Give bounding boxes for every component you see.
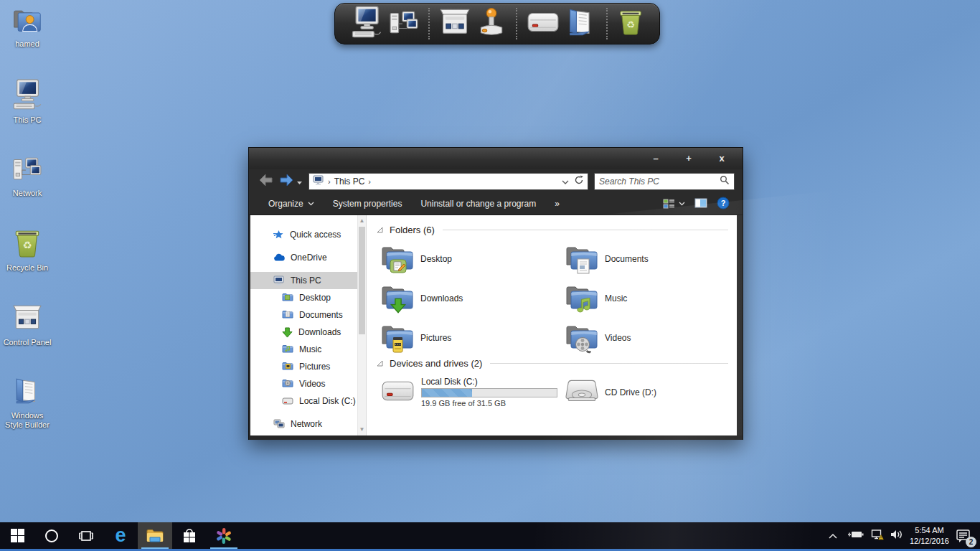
hard-drive-icon xyxy=(381,380,415,405)
videos-folder-icon xyxy=(565,322,598,354)
folder-tile-videos[interactable]: Videos xyxy=(565,321,734,354)
address-dropdown-icon[interactable] xyxy=(562,176,569,187)
network-icon[interactable] xyxy=(389,7,419,40)
music-folder-icon xyxy=(565,283,598,314)
explorer-window: – + x › This PC › xyxy=(248,147,743,440)
preview-pane-button[interactable] xyxy=(694,198,707,210)
navigation-pane: Quick access OneDrive This PC Desktop Do… xyxy=(250,215,367,435)
pictures-folder-icon xyxy=(282,361,293,373)
pinwheel-app-button[interactable] xyxy=(207,522,241,549)
music-folder-icon xyxy=(282,344,293,356)
scrollbar-thumb[interactable] xyxy=(359,227,365,334)
sidebar-item-quick-access[interactable]: Quick access xyxy=(250,226,366,243)
drive-tile-cd-d[interactable]: CD Drive (D:) xyxy=(565,375,734,409)
folder-tile-documents[interactable]: Documents xyxy=(565,242,734,276)
breadcrumb[interactable]: This PC xyxy=(334,176,365,187)
preview-pane-icon xyxy=(694,198,707,208)
change-view-button[interactable] xyxy=(663,199,685,209)
address-bar[interactable]: › This PC › xyxy=(308,173,588,190)
joystick-icon[interactable] xyxy=(476,7,507,40)
desktop-icon-network[interactable]: Network xyxy=(1,154,53,198)
cortana-button[interactable] xyxy=(34,522,69,549)
refresh-icon[interactable] xyxy=(574,175,584,187)
sidebar-item-desktop[interactable]: Desktop xyxy=(250,289,366,306)
desktop-icon-this-pc[interactable]: This PC xyxy=(1,79,53,125)
search-input[interactable]: Search This PC xyxy=(599,176,720,187)
drive-icon[interactable] xyxy=(527,11,560,37)
action-center-button[interactable]: 2 xyxy=(956,528,971,544)
folder-tile-music[interactable]: Music xyxy=(565,281,734,315)
help-icon: ? xyxy=(717,197,730,209)
recycle-bin-icon[interactable] xyxy=(617,9,644,39)
desktop-icon-label: Network xyxy=(1,189,53,198)
toolbar-overflow-chevron[interactable]: » xyxy=(545,199,569,209)
file-explorer-button[interactable] xyxy=(138,522,172,549)
recent-locations-dropdown[interactable] xyxy=(296,175,303,188)
search-box[interactable]: Search This PC xyxy=(594,173,735,190)
folder-tile-desktop[interactable]: Desktop xyxy=(381,242,565,276)
tray-expand-icon[interactable] xyxy=(828,529,838,542)
computer-icon[interactable] xyxy=(350,6,383,42)
organize-menu[interactable]: Organize xyxy=(259,199,324,209)
sidebar-item-downloads[interactable]: Downloads xyxy=(250,324,366,341)
folder-tile-pictures[interactable]: Pictures xyxy=(381,321,565,354)
sidebar-item-music[interactable]: Music xyxy=(250,341,366,358)
network-status-icon[interactable] xyxy=(871,529,884,543)
search-icon[interactable] xyxy=(720,175,730,188)
group-header-devices[interactable]: Devices and drives (2) xyxy=(377,358,734,369)
breadcrumb-separator[interactable]: › xyxy=(368,177,371,186)
views-icon xyxy=(663,199,675,209)
downloads-arrow-icon xyxy=(282,327,293,338)
network-icon xyxy=(273,419,285,429)
sidebar-item-videos[interactable]: Videos xyxy=(250,375,366,392)
task-view-button[interactable] xyxy=(69,522,103,549)
minimize-button[interactable]: – xyxy=(639,149,672,169)
uninstall-program-button[interactable]: Uninstall or change a program xyxy=(411,199,545,209)
taskbar: e xyxy=(0,522,980,551)
system-properties-button[interactable]: System properties xyxy=(324,199,412,209)
desktop-folder-icon xyxy=(381,243,414,275)
edge-button[interactable]: e xyxy=(103,522,138,549)
store-button[interactable] xyxy=(172,522,207,549)
group-header-folders[interactable]: Folders (6) xyxy=(377,225,734,235)
collapse-triangle-icon xyxy=(377,227,383,233)
clock[interactable]: 5:54 AM 12/12/2016 xyxy=(910,525,949,547)
sidebar-scrollbar[interactable]: ▲ ▼ xyxy=(357,215,366,435)
desktop-icon-label: hamed xyxy=(1,39,53,49)
maximize-button[interactable]: + xyxy=(672,149,705,169)
close-button[interactable]: x xyxy=(705,149,738,169)
forward-button[interactable] xyxy=(278,173,294,190)
sidebar-item-onedrive[interactable]: OneDrive xyxy=(250,249,366,266)
battery-icon[interactable] xyxy=(847,529,864,542)
store-icon xyxy=(182,528,197,544)
sidebar-item-network[interactable]: Network xyxy=(250,415,366,433)
desktop-icon-windows-style-builder[interactable]: Windows Style Builder xyxy=(1,376,53,429)
user-folder-icon xyxy=(1,6,53,37)
open-folder-icon[interactable] xyxy=(565,6,597,41)
volume-icon[interactable] xyxy=(890,529,903,543)
drive-tile-local-disk-c[interactable]: Local Disk (C:) 19.9 GB free of 31.5 GB xyxy=(381,375,565,409)
chevron-down-icon xyxy=(308,202,314,206)
windows-logo-icon xyxy=(11,529,24,542)
system-tray: 5:54 AM 12/12/2016 2 xyxy=(828,522,980,549)
titlebar[interactable]: – + x xyxy=(249,148,743,169)
back-button[interactable] xyxy=(258,173,274,190)
desktop-folder-icon xyxy=(282,292,293,304)
scroll-up-icon[interactable]: ▲ xyxy=(358,216,366,226)
desktop-icon-hamed[interactable]: hamed xyxy=(1,6,53,49)
drive-icon xyxy=(282,397,293,405)
sidebar-item-documents[interactable]: Documents xyxy=(250,306,366,324)
desktop-icon-recycle-bin[interactable]: Recycle Bin xyxy=(1,228,53,273)
scroll-down-icon[interactable]: ▼ xyxy=(358,425,366,435)
window-bottom-frame xyxy=(249,435,743,440)
sidebar-item-this-pc[interactable]: This PC xyxy=(250,272,366,289)
help-button[interactable]: ? xyxy=(717,197,730,212)
desktop-icon-label: Control Panel xyxy=(1,338,53,347)
folder-tile-downloads[interactable]: Downloads xyxy=(381,281,565,315)
sidebar-item-pictures[interactable]: Pictures xyxy=(250,358,366,375)
desktop-icon-control-panel[interactable]: Control Panel xyxy=(1,303,53,347)
pinwheel-icon xyxy=(215,527,232,545)
start-button[interactable] xyxy=(0,522,34,549)
control-panel-icon[interactable] xyxy=(439,6,471,41)
sidebar-item-local-disk-c[interactable]: Local Disk (C:) xyxy=(250,392,366,410)
